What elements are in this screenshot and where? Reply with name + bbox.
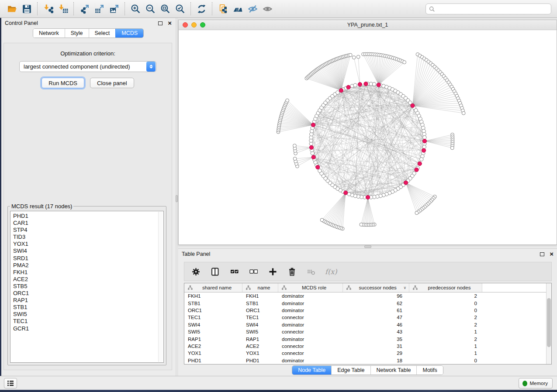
column-header-successor-nodes[interactable]: successor nodes∨ [343,283,409,292]
column-header-MCDS-role[interactable]: MCDS role [278,283,343,292]
add-button[interactable] [267,266,278,277]
dominator-node[interactable] [311,123,315,127]
refresh-button[interactable] [194,2,209,16]
dominator-node[interactable] [422,148,426,152]
column-header-predecessor-nodes[interactable]: predecessor nodes [409,283,482,292]
table-row[interactable]: SWI4SWI4dominator462 [184,321,546,328]
leaf-node[interactable] [349,53,352,57]
column-header-name[interactable]: name [242,283,278,292]
dominator-node[interactable] [366,195,370,199]
mcds-result-item[interactable]: FKH1 [13,269,163,276]
graph-node[interactable] [422,145,426,148]
search-input[interactable] [437,5,551,14]
leaf-node[interactable] [403,61,406,64]
task-history-button[interactable] [4,378,17,389]
table-scrollbar[interactable] [546,283,551,364]
float-panel-icon[interactable] [540,252,544,256]
mcds-result-item[interactable]: GCR1 [13,325,163,332]
dominator-node[interactable] [364,82,368,86]
columns-button[interactable] [210,266,220,277]
leaf-node[interactable] [415,211,419,215]
float-panel-icon[interactable] [158,21,163,25]
graph-node[interactable] [420,158,423,161]
mcds-result-item[interactable]: ACE2 [13,276,163,283]
graph-node[interactable] [353,83,357,87]
leaf-node[interactable] [462,111,465,115]
close-panel-icon[interactable]: × [550,252,554,256]
dominator-node[interactable] [377,83,381,87]
network-from-selection-button[interactable] [215,2,230,16]
dominator-node[interactable] [411,103,415,107]
mcds-result-item[interactable]: TID3 [13,234,163,241]
mcds-result-item[interactable]: SWI5 [13,311,163,318]
criterion-select[interactable]: largest connected component (undirected) [19,61,156,72]
dominator-node[interactable] [404,181,408,185]
run-mcds-button[interactable]: Run MCDS [42,78,84,88]
table-row[interactable]: PHD1PHD1dominator180 [184,357,546,364]
mcds-result-item[interactable]: ORC1 [13,290,163,297]
first-neighbors-button[interactable] [230,2,245,16]
dominator-node[interactable] [358,83,362,86]
dominator-node[interactable] [316,165,320,169]
leaf-node[interactable] [293,144,297,148]
dominator-node[interactable] [311,155,315,159]
import-table-button[interactable] [55,2,70,16]
mcds-result-item[interactable]: RAP1 [13,297,163,304]
export-image-button[interactable] [107,2,121,16]
function-builder-button[interactable]: f(x) [325,266,337,277]
mcds-result-item[interactable]: SWI4 [13,248,163,254]
graph-node[interactable] [423,136,426,139]
leaf-node[interactable] [293,157,297,161]
mcds-result-item[interactable]: PMA2 [13,262,163,269]
scrollbar-thumb[interactable] [547,298,551,347]
mcds-result-item[interactable]: STB1 [13,304,163,311]
dominator-node[interactable] [415,168,419,172]
leaf-node[interactable] [320,218,324,222]
dominator-node[interactable] [309,145,313,149]
import-network-button[interactable] [41,2,55,16]
network-canvas[interactable] [179,30,557,244]
search-box[interactable] [426,3,551,14]
export-network-button[interactable] [77,2,92,16]
delete-column-button[interactable] [306,266,316,277]
mcds-result-list[interactable]: PHD1CAR1STP4TID3YOX1SWI4SRD1PMA2FKH1ACE2… [10,211,164,363]
dominator-node[interactable] [346,85,350,89]
table-row[interactable]: YOX1YOX1connector291 [184,350,546,357]
hide-selected-button[interactable] [245,2,260,16]
table-row[interactable]: ORC1ORC1dominator610 [184,307,546,314]
show-all-button[interactable] [260,2,275,16]
zoom-in-button[interactable] [128,2,143,16]
dominator-node[interactable] [344,191,348,195]
open-button[interactable] [4,2,19,16]
graph-node[interactable] [318,169,322,172]
tab-network-table[interactable]: Network Table [370,366,417,375]
leaf-node[interactable] [352,56,356,59]
tab-edge-table[interactable]: Edge Table [331,366,370,375]
dominator-node[interactable] [339,89,343,93]
mcds-result-item[interactable]: YOX1 [13,241,163,248]
tab-node-table[interactable]: Node Table [292,366,331,375]
settings-button[interactable] [190,266,201,277]
deselect-all-button[interactable] [248,266,259,277]
dominator-node[interactable] [422,139,426,143]
leaf-node[interactable] [286,99,289,102]
horizontal-splitter[interactable] [178,245,557,248]
delete-button[interactable] [287,266,297,277]
graph-node[interactable] [372,83,376,86]
leaf-node[interactable] [356,55,360,58]
table-row[interactable]: RAP1RAP1dominator352 [184,335,546,342]
mcds-result-item[interactable]: PHD1 [13,213,163,220]
tab-style[interactable]: Style [65,29,89,38]
export-table-button[interactable] [92,2,107,16]
table-row[interactable]: FKH1FKH1dominator962 [184,292,546,299]
table-row[interactable]: SWI5SWI5connector431 [184,328,546,335]
table-row[interactable]: STB1STB1dominator620 [184,299,546,306]
vertical-splitter[interactable] [175,18,178,376]
mcds-result-item[interactable]: STB5 [13,283,163,290]
splitter-grip[interactable] [176,195,178,202]
mcds-list-scrollbar[interactable] [158,212,163,362]
close-panel-icon[interactable]: × [168,21,172,25]
memory-button[interactable]: Memory [519,378,553,389]
column-header-shared-name[interactable]: shared name [184,283,242,292]
zoom-selected-button[interactable] [173,2,187,16]
